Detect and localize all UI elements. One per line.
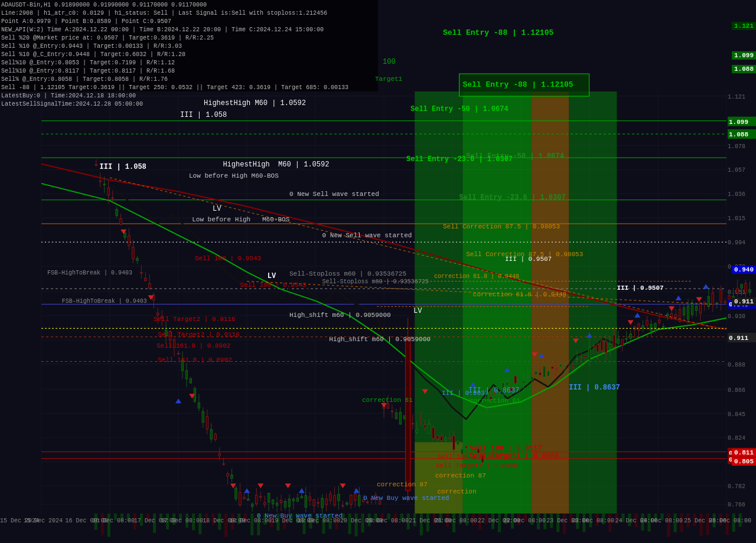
x-axis-label: 25 Dec 08:00	[684, 518, 726, 524]
header-line: Line:2908 | h1_atr_c0: 0.0129 | h1_statu…	[1, 9, 348, 18]
x-axis-label: 19 Dec 08:00	[272, 518, 314, 524]
header-line: Sell %20 @Market price at: 0.9507 | Targ…	[1, 34, 348, 42]
chart-container: ADAUSDT-Bin,H1 0.91890000 0.91990000 0.9…	[0, 0, 756, 543]
header-line: Sell% @_Entry:0.8058 | Target:0.8058 | R…	[1, 76, 348, 84]
header-line: Sell%10 @_Entry:0.8117 | Target:0.8117 |…	[1, 67, 348, 76]
price-level-label: 0.940	[732, 266, 756, 274]
header-line: LatestBuy:0 | Time:2024.12.18 18:00:00	[1, 92, 348, 100]
header-line: Sell %10 @_C_Entry:0.9448 | Target:0.603…	[1, 51, 348, 59]
x-axis: 15 Dec 202416 Dec 08:0017 Dec 08:0018 De…	[0, 515, 726, 526]
x-axis-label: 15 Dec 2024	[0, 518, 39, 524]
x-axis-label: 22 Dec 08:00	[478, 518, 520, 524]
header-line: Sell%10 @_Entry:0.8053 | Target:0.7199 |…	[1, 59, 348, 67]
x-axis-label: 21 Dec 08:00	[409, 518, 451, 524]
header-line: Sell %10 @_Entry:0.9443 | Target:0.00133…	[1, 42, 348, 51]
header-line: NEW_API(W:2) Time A:2024.12.22 00:00 | T…	[1, 26, 348, 34]
x-axis-label: 23 Dec 08:00	[546, 518, 589, 524]
price-level-label: 0.911	[732, 297, 756, 306]
x-axis-label: 17 Dec 08:00	[134, 518, 177, 524]
header-line: Point A:0.9979 | Point B:0.8589 | Point …	[1, 18, 348, 26]
header-line: Sell -88 | 1.12105 Target:0.3619 || Targ…	[1, 84, 348, 92]
x-axis-label: 16 Dec 08:00	[65, 518, 107, 524]
x-axis-label: 18 Dec 08:00	[203, 518, 245, 524]
price-level-label: 0.805	[732, 457, 756, 466]
x-axis-label: 20 Dec 08:00	[340, 518, 383, 524]
x-axis-label: 24 Dec 08:00	[615, 518, 658, 524]
price-level-label: 1.099	[732, 51, 756, 60]
header-line: ADAUSDT-Bin,H1 0.91890000 0.91990000 0.9…	[1, 1, 348, 9]
header-info: ADAUSDT-Bin,H1 0.91890000 0.91990000 0.9…	[1, 1, 348, 109]
header-line: LatestSellSignalTime:2024.12.28 05:00:00	[1, 100, 348, 109]
price-level-label: 1.088	[732, 65, 756, 73]
price-level-label: 1.121	[732, 22, 756, 30]
price-level-label: 0.811	[732, 449, 756, 457]
